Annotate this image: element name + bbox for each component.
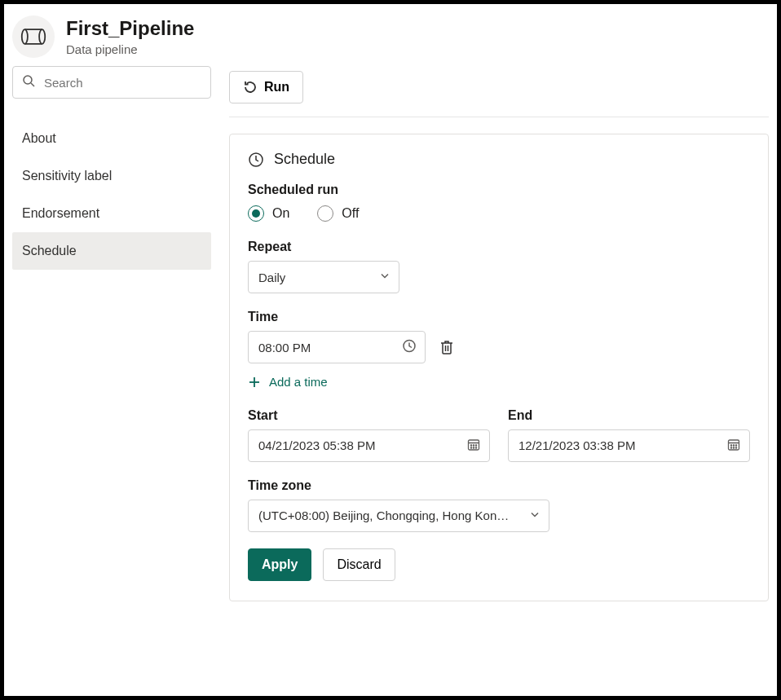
svg-point-22 xyxy=(730,444,731,445)
svg-point-25 xyxy=(730,447,731,447)
radio-on[interactable]: On xyxy=(248,205,289,222)
nav-item-about[interactable]: About xyxy=(12,120,211,157)
repeat-select[interactable]: Daily xyxy=(248,261,399,293)
nav-item-endorsement[interactable]: Endorsement xyxy=(12,195,211,232)
search-input[interactable] xyxy=(12,66,211,99)
svg-point-18 xyxy=(473,447,474,447)
nav-item-sensitivity-label[interactable]: Sensitivity label xyxy=(12,157,211,195)
svg-point-24 xyxy=(735,444,736,445)
trash-icon xyxy=(439,339,455,355)
plus-icon xyxy=(248,376,261,389)
time-input-0[interactable]: 08:00 PM xyxy=(248,331,426,363)
end-datetime-input[interactable]: 12/21/2023 03:38 PM xyxy=(508,429,750,462)
chevron-down-icon xyxy=(529,508,541,522)
svg-point-16 xyxy=(475,444,476,445)
svg-point-27 xyxy=(735,447,736,447)
apply-button[interactable]: Apply xyxy=(248,548,311,581)
svg-point-19 xyxy=(475,447,476,447)
svg-point-15 xyxy=(473,444,474,445)
page-subtitle: Data pipeline xyxy=(66,42,194,58)
svg-point-23 xyxy=(733,444,734,445)
start-label: Start xyxy=(248,408,490,423)
schedule-card: Schedule Scheduled run On Off Repeat xyxy=(229,134,769,601)
search-icon xyxy=(22,74,35,90)
run-button[interactable]: Run xyxy=(229,71,303,103)
svg-point-1 xyxy=(39,29,45,44)
schedule-card-title: Schedule xyxy=(274,151,335,168)
timezone-label: Time zone xyxy=(248,478,750,493)
clock-icon xyxy=(248,152,264,168)
end-label: End xyxy=(508,408,750,423)
svg-point-0 xyxy=(22,29,28,44)
svg-point-14 xyxy=(470,444,471,445)
start-datetime-input[interactable]: 04/21/2023 05:38 PM xyxy=(248,429,490,462)
pipeline-icon-badge xyxy=(12,15,55,58)
nav-item-schedule[interactable]: Schedule xyxy=(12,232,211,270)
timezone-select[interactable]: (UTC+08:00) Beijing, Chongqing, Hong Kon… xyxy=(248,500,549,532)
add-time-link[interactable]: Add a time xyxy=(248,375,328,389)
page-title: First_Pipeline xyxy=(66,16,194,41)
calendar-icon xyxy=(466,437,481,454)
repeat-label: Repeat xyxy=(248,240,750,254)
svg-point-17 xyxy=(470,447,471,447)
clock-small-icon xyxy=(402,339,417,356)
radio-off[interactable]: Off xyxy=(317,205,359,222)
calendar-icon xyxy=(726,437,741,454)
refresh-icon xyxy=(243,80,258,95)
svg-point-26 xyxy=(733,447,734,447)
delete-time-button[interactable] xyxy=(437,337,457,357)
svg-line-5 xyxy=(31,83,34,86)
time-label: Time xyxy=(248,310,750,324)
discard-button[interactable]: Discard xyxy=(323,548,395,581)
svg-point-4 xyxy=(24,76,32,84)
scheduled-run-label: Scheduled run xyxy=(248,183,750,197)
chevron-down-icon xyxy=(379,271,390,284)
pipeline-icon xyxy=(20,26,46,47)
